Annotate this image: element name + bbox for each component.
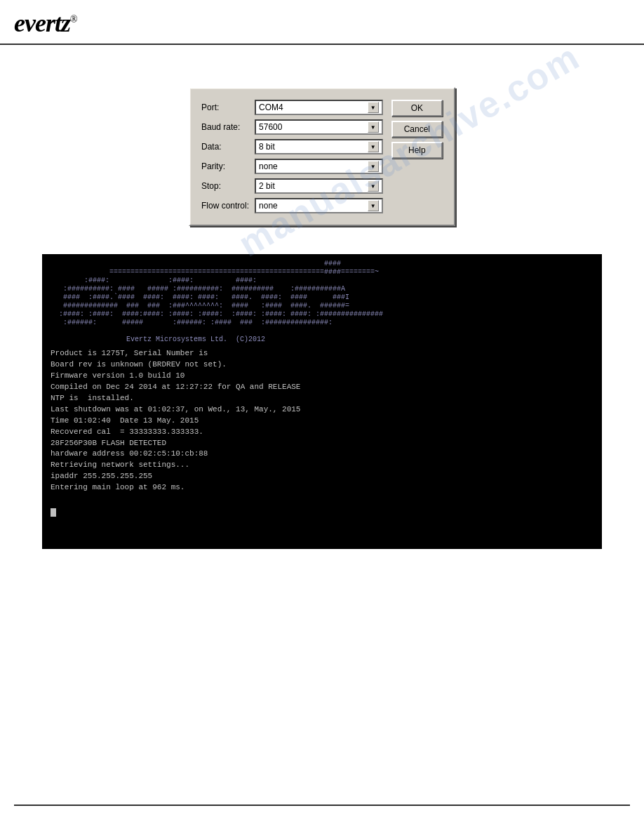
ascii-line-9 <box>51 327 593 336</box>
port-label: Port: <box>201 102 249 112</box>
baud-dropdown-arrow: ▼ <box>368 121 379 133</box>
ascii-art-block: #### ===================================… <box>51 260 593 344</box>
stop-value: 2 bit <box>259 181 368 191</box>
help-button[interactable]: Help <box>391 142 443 159</box>
parity-dropdown-arrow: ▼ <box>368 161 379 172</box>
ascii-line-6: ############# ### ### :###^^^^^^^^: ####… <box>51 302 593 310</box>
terminal-line-7: Time 01:02:40 Date 13 May. 2015 <box>51 416 593 427</box>
terminal-line-6: Last shutdown was at 01:02:37, on Wed., … <box>51 404 593 416</box>
data-select[interactable]: 8 bit ▼ <box>255 139 383 154</box>
port-select[interactable]: COM4 ▼ <box>255 100 383 115</box>
terminal-line-2: Board rev is unknown (BRDREV not set). <box>51 359 593 371</box>
terminal-line-1: Product is 1275T, Serial Number is <box>51 348 593 359</box>
terminal-line-12: ipaddr 255.255.255.255 <box>51 471 593 482</box>
terminal-line-11: Retrieving network settings... <box>51 460 593 471</box>
com-port-dialog: Port: COM4 ▼ Baud rate: 57600 ▼ Data: 8 … <box>189 87 455 226</box>
terminal-cursor <box>51 508 56 517</box>
terminal-line-4: Compiled on Dec 24 2014 at 12:27:22 for … <box>51 382 593 393</box>
ascii-line-8: :######: ##### :######: :#### ### :#####… <box>51 319 593 327</box>
ascii-line-4: :##########: #### ##### :##########: ###… <box>51 285 593 293</box>
ascii-line-10: Evertz Microsystems Ltd. (C)2012 <box>51 336 593 344</box>
stop-label: Stop: <box>201 181 249 191</box>
baud-label: Baud rate: <box>201 122 249 132</box>
main-content: manualsarchive.com Port: COM4 ▼ Baud rat… <box>0 45 644 577</box>
cancel-button[interactable]: Cancel <box>391 121 443 138</box>
terminal-text-block: Product is 1275T, Serial Number is Board… <box>51 348 593 517</box>
parity-value: none <box>259 161 368 171</box>
terminal-line-8: Recovered cal = 33333333.333333. <box>51 427 593 438</box>
parity-select[interactable]: none ▼ <box>255 159 383 174</box>
header: evertz® <box>0 0 644 45</box>
parity-label: Parity: <box>201 161 249 171</box>
data-value: 8 bit <box>259 142 368 152</box>
registered-symbol: ® <box>70 14 77 25</box>
ascii-line-3: :####: :####: ####: <box>51 277 593 285</box>
flow-select[interactable]: none ▼ <box>255 198 383 213</box>
terminal-line-9: 28F256P30B FLASH DETECTED <box>51 438 593 449</box>
company-logo: evertz® <box>14 8 77 38</box>
form-fields: Port: COM4 ▼ Baud rate: 57600 ▼ Data: 8 … <box>201 100 383 213</box>
dialog-form: Port: COM4 ▼ Baud rate: 57600 ▼ Data: 8 … <box>201 100 443 213</box>
flow-value: none <box>259 201 368 211</box>
flow-dropdown-arrow: ▼ <box>368 200 379 211</box>
data-label: Data: <box>201 142 249 152</box>
port-value: COM4 <box>259 102 368 112</box>
footer-line <box>14 805 630 806</box>
ascii-line-1: #### <box>51 260 593 268</box>
terminal: #### ===================================… <box>42 254 602 549</box>
terminal-line-3: Firmware version 1.0 build 10 <box>51 371 593 382</box>
ascii-line-7: :####: :####: ####:####: :####: :####: :… <box>51 310 593 319</box>
ok-button[interactable]: OK <box>391 100 443 117</box>
baud-select[interactable]: 57600 ▼ <box>255 119 383 135</box>
terminal-line-5: NTP is installed. <box>51 393 593 404</box>
flow-label: Flow control: <box>201 201 249 211</box>
terminal-line-13: Entering main loop at 962 ms. <box>51 482 593 494</box>
dialog-buttons: OK Cancel Help <box>391 100 443 213</box>
ascii-line-2: ========================================… <box>51 268 593 277</box>
data-dropdown-arrow: ▼ <box>368 141 379 152</box>
terminal-line-10: hardware address 00:02:c5:10:cb:88 <box>51 449 593 460</box>
stop-dropdown-arrow: ▼ <box>368 180 379 192</box>
baud-value: 57600 <box>259 122 368 132</box>
ascii-line-5: #### :####.`#### ####: ####: ####: ####.… <box>51 293 593 302</box>
terminal-wrapper: #### ===================================… <box>42 254 602 549</box>
stop-select[interactable]: 2 bit ▼ <box>255 178 383 194</box>
port-dropdown-arrow: ▼ <box>368 102 379 113</box>
dialog-wrapper: Port: COM4 ▼ Baud rate: 57600 ▼ Data: 8 … <box>42 87 602 226</box>
